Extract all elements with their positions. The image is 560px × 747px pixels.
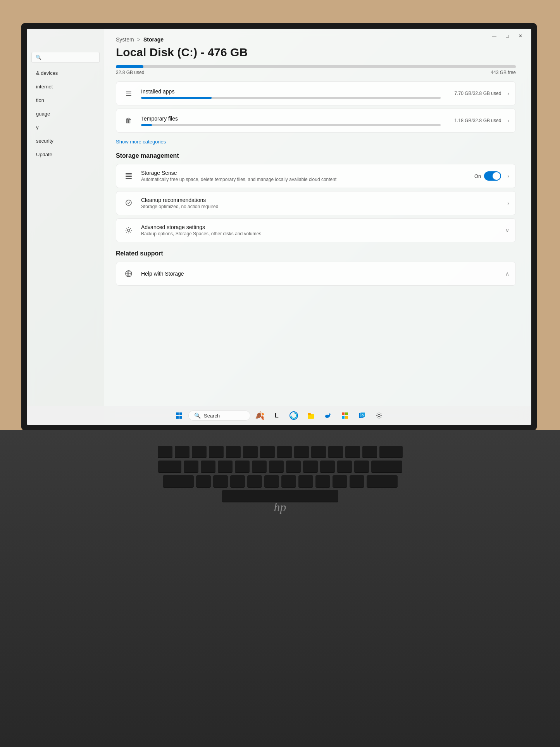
taskbar-app-leaf[interactable]: 🍂 xyxy=(252,408,267,423)
key xyxy=(337,461,352,473)
toggle-knob xyxy=(493,172,500,180)
svg-rect-16 xyxy=(345,412,348,415)
sidebar-item-tion[interactable]: tion xyxy=(30,94,101,106)
advanced-storage-icon xyxy=(122,224,135,236)
taskbar-app-edge[interactable] xyxy=(320,408,336,423)
taskbar-search-text: Search xyxy=(204,413,220,419)
key xyxy=(371,461,402,473)
key xyxy=(354,461,369,473)
key xyxy=(362,446,377,458)
management-section-title: Storage management xyxy=(116,152,516,159)
advanced-storage-card[interactable]: Advanced storage settings Backup options… xyxy=(116,218,516,242)
title-bar: — □ ✕ xyxy=(483,29,531,43)
breadcrumb: System > Storage xyxy=(116,36,516,43)
sidebar-item-y[interactable]: y xyxy=(30,121,101,133)
taskbar-app-swirl[interactable] xyxy=(286,408,302,423)
svg-rect-11 xyxy=(179,416,182,419)
key xyxy=(379,446,403,458)
key xyxy=(315,475,330,488)
key xyxy=(260,446,275,458)
laptop-frame: — □ ✕ 🔍 & devices internet tion guage y … xyxy=(0,0,560,747)
key xyxy=(201,461,215,473)
svg-rect-15 xyxy=(342,412,345,415)
key xyxy=(218,461,233,473)
temp-files-card[interactable]: 🗑 Temporary files 1.18 GB/32.8 GB used › xyxy=(116,109,516,133)
related-section-title: Related support xyxy=(116,250,516,257)
window-layout: 🔍 & devices internet tion guage y securi… xyxy=(27,29,531,425)
close-button[interactable]: ✕ xyxy=(514,32,527,40)
sidebar-item-guage[interactable]: guage xyxy=(30,108,101,120)
key xyxy=(235,461,250,473)
cleanup-card[interactable]: Cleanup recommendations Storage optimize… xyxy=(116,191,516,215)
taskbar-app-settings[interactable] xyxy=(371,408,387,423)
installed-apps-content: Installed apps xyxy=(141,88,441,99)
help-storage-icon xyxy=(122,267,135,280)
minimize-button[interactable]: — xyxy=(488,32,500,40)
key xyxy=(175,446,190,458)
installed-apps-card[interactable]: ☰ Installed apps 7.70 GB/32.8 GB used › xyxy=(116,81,516,105)
key xyxy=(333,475,347,488)
maximize-button[interactable]: □ xyxy=(501,32,513,40)
installed-apps-title: Installed apps xyxy=(141,88,441,95)
key xyxy=(192,446,207,458)
search-icon: 🔍 xyxy=(36,55,41,60)
key xyxy=(196,475,211,488)
spacebar-key xyxy=(222,490,338,502)
installed-apps-icon: ☰ xyxy=(122,87,135,100)
sidebar-item-devices[interactable]: & devices xyxy=(30,67,101,79)
key xyxy=(264,475,279,488)
key xyxy=(350,475,364,488)
key xyxy=(277,446,292,458)
installed-apps-bar-fill xyxy=(141,97,212,99)
show-more-link[interactable]: Show more categories xyxy=(116,139,166,145)
key xyxy=(247,475,262,488)
page-title: Local Disk (C:) - 476 GB xyxy=(116,46,516,59)
key xyxy=(320,461,335,473)
taskbar-app-outlook[interactable]: O xyxy=(354,408,370,423)
installed-apps-chevron: › xyxy=(507,90,509,97)
key xyxy=(158,446,172,458)
svg-point-22 xyxy=(378,414,380,417)
key xyxy=(209,446,224,458)
sidebar-search[interactable]: 🔍 xyxy=(31,52,100,63)
storage-bar-container: 32.8 GB used 443 GB free xyxy=(116,65,516,75)
key xyxy=(158,461,181,473)
advanced-storage-subtitle: Backup options, Storage Spaces, other di… xyxy=(141,231,499,236)
key xyxy=(243,446,258,458)
temp-files-meta: 1.18 GB/32.8 GB used xyxy=(447,118,501,123)
key xyxy=(311,446,326,458)
advanced-storage-chevron: ∨ xyxy=(505,227,509,233)
svg-rect-8 xyxy=(176,412,179,415)
breadcrumb-parent[interactable]: System xyxy=(116,36,134,43)
taskbar-app-l[interactable]: L xyxy=(269,408,284,423)
temp-files-content: Temporary files xyxy=(141,116,441,126)
storage-sense-content: Storage Sense Automatically free up spac… xyxy=(141,170,468,182)
start-button[interactable] xyxy=(171,408,187,423)
taskbar-app-files[interactable] xyxy=(303,408,319,423)
storage-sense-subtitle: Automatically free up space, delete temp… xyxy=(141,177,468,182)
installed-apps-meta: 7.70 GB/32.8 GB used xyxy=(447,91,501,96)
key xyxy=(226,446,241,458)
key xyxy=(163,475,194,488)
key xyxy=(367,475,398,488)
key xyxy=(213,475,228,488)
storage-free-label: 443 GB free xyxy=(491,70,516,75)
storage-sense-card[interactable]: Storage Sense Automatically free up spac… xyxy=(116,164,516,188)
taskbar-search-icon: 🔍 xyxy=(194,412,201,419)
svg-rect-17 xyxy=(342,416,345,419)
key xyxy=(286,461,301,473)
key xyxy=(303,461,318,473)
help-storage-card[interactable]: Help with Storage ∧ xyxy=(116,262,516,286)
taskbar-app-ms[interactable] xyxy=(337,408,353,423)
advanced-storage-content: Advanced storage settings Backup options… xyxy=(141,224,499,236)
storage-sense-toggle-label: On xyxy=(474,173,481,179)
storage-sense-toggle[interactable] xyxy=(484,171,501,181)
sidebar-item-security[interactable]: security xyxy=(30,135,101,147)
cleanup-title: Cleanup recommendations xyxy=(141,197,501,203)
content-area: System > Storage Local Disk (C:) - 476 G… xyxy=(104,29,531,425)
key xyxy=(298,475,313,488)
taskbar-search[interactable]: 🔍 Search xyxy=(188,411,250,421)
sidebar-item-update[interactable]: Update xyxy=(30,148,101,160)
key xyxy=(281,475,296,488)
sidebar-item-internet[interactable]: internet xyxy=(30,81,101,93)
